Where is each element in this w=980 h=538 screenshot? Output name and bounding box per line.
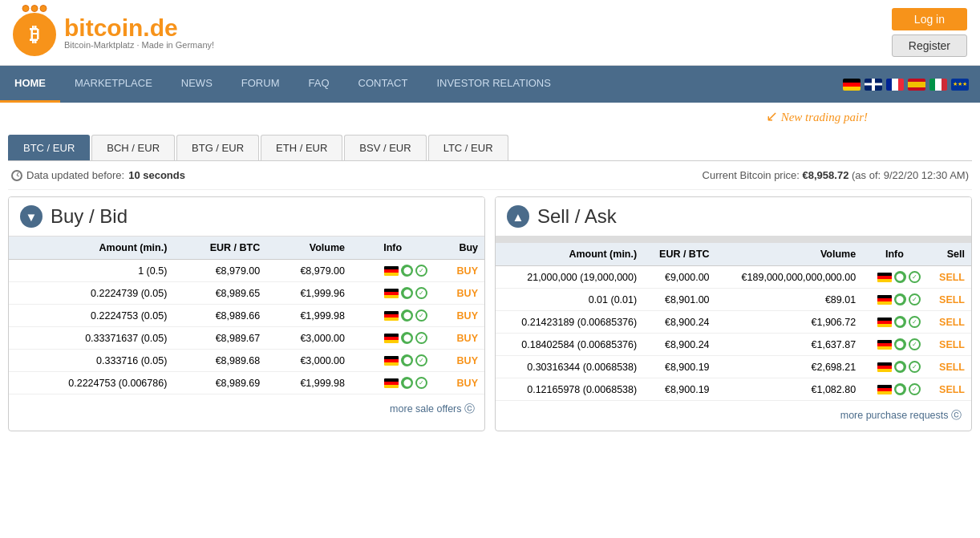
price-info: Current Bitcoin price: €8,958.72 (as of:… <box>703 169 969 181</box>
col-buy: Buy <box>434 237 484 260</box>
sell-panel: ▲ Sell / Ask Amount (min.) EUR / BTC Vol… <box>495 196 972 431</box>
logo-area: ₿ bitcoin.de Bitcoin-Marktplatz · Made i… <box>13 10 214 56</box>
sell-eur-btc: €8,901.00 <box>643 289 715 311</box>
price-prefix: Current Bitcoin price: <box>703 169 803 181</box>
trading-area: ↙ New trading pair! BTC / EUR BCH / EUR … <box>0 103 980 431</box>
tab-eth-eur[interactable]: ETH / EUR <box>261 135 342 160</box>
sell-volume: €1,906.72 <box>716 311 863 334</box>
sell-volume: €89.01 <box>716 289 863 311</box>
sell-action[interactable]: SELL <box>927 334 971 356</box>
flag-uk[interactable] <box>865 79 882 91</box>
sell-amount: 0.18402584 (0.00685376) <box>496 334 643 356</box>
header: ₿ bitcoin.de Bitcoin-Marktplatz · Made i… <box>0 0 980 66</box>
nav-item-marketplace[interactable]: MARKETPLACE <box>60 66 167 103</box>
sell-table-row: 0.12165978 (0.0068538) €8,900.19 €1,082.… <box>496 378 971 401</box>
buy-action[interactable]: BUY <box>434 327 484 350</box>
sell-action[interactable]: SELL <box>927 311 971 334</box>
sell-amount: 0.01 (0.01) <box>496 289 643 311</box>
buy-amount: 0.2224739 (0.05) <box>9 282 173 305</box>
sell-table: Amount (min.) EUR / BTC Volume Info Sell… <box>496 243 971 401</box>
tab-ltc-eur[interactable]: LTC / EUR <box>428 135 508 160</box>
logo-text-area: bitcoin.de Bitcoin-Marktplatz · Made in … <box>64 16 214 50</box>
sell-amount: 0.21423189 (0.00685376) <box>496 311 643 334</box>
tab-btc-eur[interactable]: BTC / EUR <box>8 135 90 160</box>
buy-table-row: 0.2224739 (0.05) €8,989.65 €1,999.96 ⬤ ✓… <box>9 282 484 305</box>
buy-volume: €3,000.00 <box>266 350 351 372</box>
buy-eur-btc: €8,989.68 <box>173 350 266 372</box>
more-purchase-link[interactable]: more purchase requests ⓒ <box>840 410 962 421</box>
buy-table-header: Amount (min.) EUR / BTC Volume Info Buy <box>9 237 484 260</box>
sell-action[interactable]: SELL <box>927 356 971 378</box>
buy-volume: €1,999.96 <box>266 282 351 305</box>
more-sale-link[interactable]: more sale offers ⓒ <box>390 403 475 415</box>
col-info: Info <box>351 237 434 260</box>
buy-eur-btc: €8,989.65 <box>173 282 266 305</box>
sell-eur-btc: €8,900.19 <box>643 356 715 378</box>
sell-col-volume: Volume <box>716 243 863 266</box>
buy-amount: 0.33371637 (0.05) <box>9 327 173 350</box>
sell-eur-btc: €8,900.19 <box>643 378 715 401</box>
buy-info-icons: ⬤ ✓ <box>351 260 434 282</box>
new-pair-annotation: New trading pair! <box>781 111 868 123</box>
logo-name: bitcoin.de <box>64 16 214 40</box>
sell-info-icons: ⬤ ✓ <box>862 334 927 356</box>
sell-volume: €1,637.87 <box>716 334 863 356</box>
login-button[interactable]: Log in <box>892 8 967 30</box>
buy-action[interactable]: BUY <box>434 282 484 305</box>
sell-eur-btc: €9,000.00 <box>643 266 715 289</box>
scroll-bar[interactable] <box>496 237 971 243</box>
sell-table-row: 0.30316344 (0.0068538) €8,900.19 €2,698.… <box>496 356 971 378</box>
sell-action[interactable]: SELL <box>927 266 971 289</box>
sell-action[interactable]: SELL <box>927 289 971 311</box>
col-volume: Volume <box>266 237 351 260</box>
nav-item-faq[interactable]: FAQ <box>294 66 343 103</box>
flag-it[interactable] <box>929 79 947 91</box>
tab-bsv-eur[interactable]: BSV / EUR <box>344 135 426 160</box>
buy-panel-title: Buy / Bid <box>51 205 128 228</box>
flag-es[interactable] <box>908 79 925 91</box>
buy-amount: 0.2224753 (0.006786) <box>9 372 173 394</box>
buy-info-icons: ⬤ ✓ <box>351 350 434 372</box>
more-sale-offers[interactable]: more sale offers ⓒ <box>9 394 484 424</box>
panels-container: ▼ Buy / Bid Amount (min.) EUR / BTC Volu… <box>8 196 972 431</box>
buy-info-icons: ⬤ ✓ <box>351 305 434 327</box>
sell-info-icons: ⬤ ✓ <box>862 356 927 378</box>
tab-bch-eur[interactable]: BCH / EUR <box>91 135 175 160</box>
flag-eu[interactable]: ★★★ <box>951 79 969 91</box>
sell-panel-title: Sell / Ask <box>537 205 617 228</box>
buy-eur-btc: €8,989.66 <box>173 305 266 327</box>
sell-info-icons: ⬤ ✓ <box>862 378 927 401</box>
nav-item-forum[interactable]: FORUM <box>227 66 294 103</box>
sell-table-row: 21,000,000 (19,000,000) €9,000.00 €189,0… <box>496 266 971 289</box>
sell-eur-btc: €8,900.24 <box>643 334 715 356</box>
annotation-area: ↙ New trading pair! <box>8 103 972 135</box>
register-button[interactable]: Register <box>892 34 967 57</box>
nav-item-news[interactable]: NEWS <box>167 66 227 103</box>
sell-action[interactable]: SELL <box>927 378 971 401</box>
flag-de[interactable] <box>843 79 861 91</box>
buy-info-icons: ⬤ ✓ <box>351 282 434 305</box>
tab-btg-eur[interactable]: BTG / EUR <box>176 135 259 160</box>
buy-volume: €8,979.00 <box>266 260 351 282</box>
logo-subtitle: Bitcoin-Marktplatz · Made in Germany! <box>64 40 214 50</box>
buy-table-row: 0.33371637 (0.05) €8,989.67 €3,000.00 ⬤ … <box>9 327 484 350</box>
buy-volume: €1,999.98 <box>266 305 351 327</box>
nav-item-investor[interactable]: INVESTOR RELATIONS <box>422 66 565 103</box>
buy-amount: 0.333716 (0.05) <box>9 350 173 372</box>
nav-item-contact[interactable]: CONTACT <box>344 66 423 103</box>
language-flags: ★★★ <box>832 79 980 91</box>
buy-action[interactable]: BUY <box>434 350 484 372</box>
nav-item-home[interactable]: HOME <box>0 66 60 103</box>
buy-amount: 1 (0.5) <box>9 260 173 282</box>
sell-amount: 21,000,000 (19,000,000) <box>496 266 643 289</box>
flag-fr[interactable] <box>886 79 904 91</box>
logo-icon[interactable]: ₿ <box>13 10 56 56</box>
buy-action[interactable]: BUY <box>434 260 484 282</box>
sell-info-icons: ⬤ ✓ <box>862 289 927 311</box>
buy-action[interactable]: BUY <box>434 305 484 327</box>
sell-col-eur-btc: EUR / BTC <box>643 243 715 266</box>
buy-action[interactable]: BUY <box>434 372 484 394</box>
sell-table-header: Amount (min.) EUR / BTC Volume Info Sell <box>496 243 971 266</box>
more-purchase-requests[interactable]: more purchase requests ⓒ <box>496 401 971 431</box>
buy-table-row: 1 (0.5) €8,979.00 €8,979.00 ⬤ ✓ BUY <box>9 260 484 282</box>
